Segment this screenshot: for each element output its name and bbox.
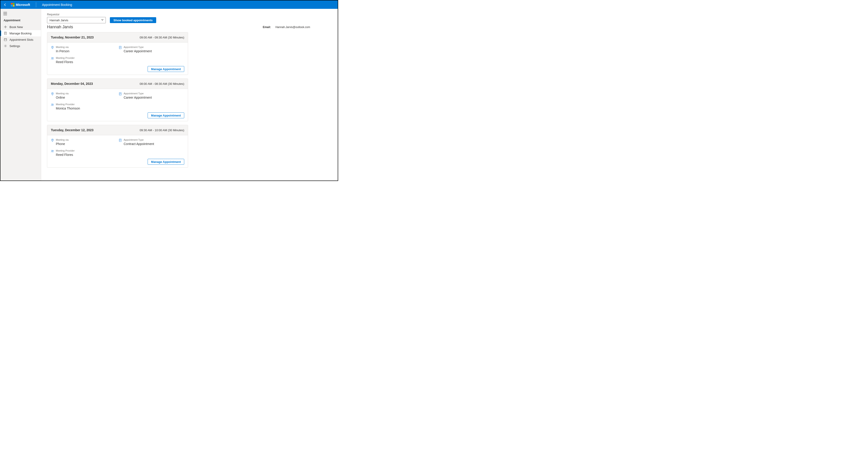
field-value: Reed Flores [56, 60, 74, 64]
email-block: Email: Hannah.Jarvis@outlook.com [263, 26, 332, 29]
svg-point-11 [52, 140, 53, 140]
field-value: Career Appointment [124, 49, 152, 53]
document-icon [119, 92, 122, 95]
brand-label: Microsoft [16, 3, 30, 6]
field-label: Appointment Type [124, 139, 154, 141]
card-time: 08:00 AM - 08:30 AM (30 Minutes) [140, 82, 184, 86]
appointment-card: Tuesday, December 12, 2023 09:30 AM - 10… [47, 125, 188, 168]
email-value: Hannah.Jarvis@outlook.com [275, 26, 310, 29]
appointment-card: Monday, December 04, 2023 08:00 AM - 08:… [47, 79, 188, 121]
field-value: In Person [56, 49, 69, 53]
svg-point-14 [53, 150, 54, 151]
field-value: Phone [56, 142, 68, 146]
field-meeting-via: Meeting via Online [51, 92, 116, 99]
field-value: Contract Appointment [124, 142, 154, 146]
field-value: Monica Thomson [56, 107, 80, 110]
field-meeting-provider: Meeting Provider Reed Flores [51, 57, 116, 64]
field-meeting-provider: Meeting Provider Reed Flores [51, 149, 116, 156]
manage-appointment-button[interactable]: Manage Appointment [148, 159, 184, 165]
card-date: Tuesday, November 21, 2023 [51, 35, 94, 39]
back-button[interactable] [3, 2, 8, 7]
chevron-down-icon [101, 19, 104, 22]
requestor-select-value: Hannah Jarvis [50, 19, 68, 22]
card-header: Tuesday, November 21, 2023 09:00 AM - 09… [47, 32, 188, 42]
field-label: Meeting via [56, 139, 68, 141]
show-booked-button[interactable]: Show booked appointments [110, 17, 156, 23]
location-icon [51, 46, 54, 49]
card-header: Monday, December 04, 2023 08:00 AM - 08:… [47, 79, 188, 89]
app-header: Microsoft Appointment Booking [0, 0, 338, 9]
people-icon [51, 149, 54, 153]
field-label: Appointment Type [124, 46, 152, 49]
card-date: Monday, December 04, 2023 [51, 82, 93, 86]
card-header: Tuesday, December 12, 2023 09:30 AM - 10… [47, 125, 188, 135]
svg-point-3 [52, 47, 53, 48]
sidebar: Appointment Book New Manage Booking Appo… [0, 9, 41, 180]
svg-rect-1 [4, 39, 7, 41]
microsoft-logo: Microsoft [11, 3, 30, 6]
field-label: Appointment Type [124, 92, 152, 95]
field-meeting-via: Meeting via In Person [51, 46, 116, 53]
svg-point-10 [53, 104, 54, 105]
plus-icon [4, 25, 7, 29]
svg-point-13 [52, 150, 53, 151]
requestor-header-row: Hannah Jarvis Email: Hannah.Jarvis@outlo… [47, 25, 332, 29]
document-icon [119, 139, 122, 142]
svg-point-2 [5, 46, 6, 47]
appointment-card: Tuesday, November 21, 2023 09:00 AM - 09… [47, 32, 188, 75]
field-label: Meeting Provider [56, 149, 74, 152]
sidebar-item-book-new[interactable]: Book New [0, 24, 41, 30]
requestor-select[interactable]: Hannah Jarvis [47, 17, 106, 23]
card-time: 09:30 AM - 10:00 AM (30 Minutes) [140, 128, 184, 132]
card-time: 09:00 AM - 09:30 AM (30 Minutes) [140, 36, 184, 39]
sidebar-item-settings[interactable]: Settings [0, 43, 41, 49]
ms-logo-grid-icon [11, 3, 14, 6]
field-appointment-type: Appointment Type Contract Appointment [119, 139, 184, 146]
sidebar-item-label: Book New [9, 25, 23, 29]
location-icon [51, 92, 54, 95]
field-label: Meeting Provider [56, 57, 74, 59]
calendar-icon [4, 38, 7, 41]
nav-group-label: Appointment [0, 18, 41, 24]
field-value: Career Appointment [124, 96, 152, 99]
field-meeting-provider: Meeting Provider Monica Thomson [51, 103, 116, 110]
requestor-name: Hannah Jarvis [47, 25, 73, 29]
field-appointment-type: Appointment Type Career Appointment [119, 46, 184, 53]
hamburger-button[interactable] [0, 11, 41, 18]
sidebar-item-label: Appointment Slots [9, 38, 33, 41]
svg-point-7 [52, 93, 53, 94]
appointment-cards: Tuesday, November 21, 2023 09:00 AM - 09… [47, 32, 332, 168]
email-label: Email: [263, 26, 271, 29]
field-label: Meeting via [56, 46, 69, 49]
people-icon [51, 103, 54, 106]
chevron-left-icon [4, 3, 7, 6]
sidebar-item-label: Settings [9, 44, 20, 48]
requestor-label: Requestor [47, 13, 332, 16]
card-date: Tuesday, December 12, 2023 [51, 128, 94, 132]
manage-appointment-button[interactable]: Manage Appointment [148, 112, 184, 118]
field-value: Reed Flores [56, 153, 74, 156]
field-value: Online [56, 96, 68, 99]
sidebar-item-manage-booking[interactable]: Manage Booking [0, 30, 41, 36]
document-icon [4, 31, 7, 35]
field-label: Meeting Provider [56, 103, 80, 106]
document-icon [119, 46, 122, 49]
field-meeting-via: Meeting via Phone [51, 139, 116, 146]
filter-row: Hannah Jarvis Show booked appointments [47, 17, 332, 23]
sidebar-item-label: Manage Booking [9, 32, 32, 35]
hamburger-icon [3, 12, 7, 15]
field-label: Meeting via [56, 92, 68, 95]
app-title: Appointment Booking [42, 3, 72, 6]
location-icon [51, 139, 54, 142]
svg-point-5 [52, 57, 53, 58]
field-appointment-type: Appointment Type Career Appointment [119, 92, 184, 99]
gear-icon [4, 44, 7, 48]
svg-point-9 [52, 104, 53, 105]
manage-appointment-button[interactable]: Manage Appointment [148, 66, 184, 72]
sidebar-item-appointment-slots[interactable]: Appointment Slots [0, 36, 41, 43]
svg-point-6 [53, 58, 54, 58]
people-icon [51, 57, 54, 60]
main-content: Requestor Hannah Jarvis Show booked appo… [41, 9, 338, 180]
